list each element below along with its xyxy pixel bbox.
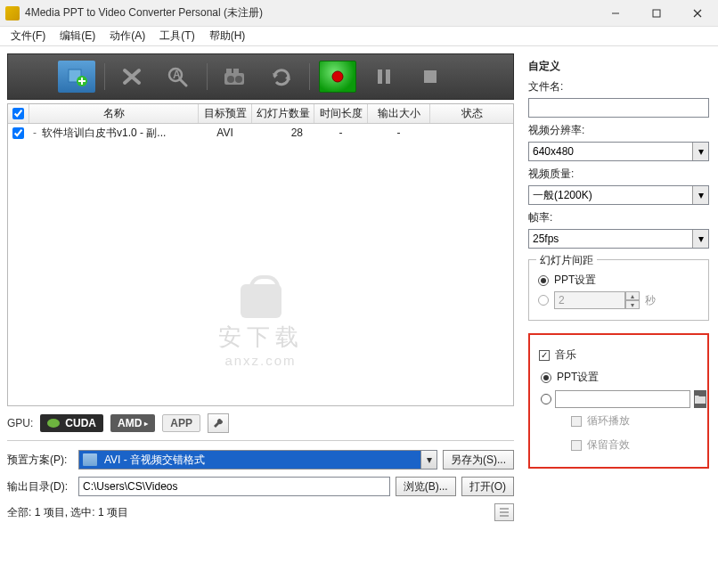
col-slides[interactable]: 幻灯片数量	[252, 104, 314, 123]
spin-down-icon[interactable]: ▾	[625, 300, 640, 309]
record-button[interactable]	[319, 61, 356, 93]
menubar: 文件(F) 编辑(E) 动作(A) 工具(T) 帮助(H)	[0, 27, 718, 46]
watermark: 安下载 anxz.com	[218, 275, 304, 368]
interval-title: 幻灯片间距	[536, 253, 597, 268]
add-file-button[interactable]	[58, 61, 95, 93]
settings-panel: 自定义 文件名: 视频分辨率: 640x480 ▾ 视频质量: 一般(1200K…	[521, 46, 718, 588]
status-row: 全部: 1 项目, 选中: 1 项目	[7, 503, 514, 521]
row-preset: AVI	[199, 127, 252, 139]
preset-row: 预置方案(P): AVI - 音视频交错格式 ▾ 另存为(S)...	[7, 450, 514, 470]
close-button[interactable]	[677, 0, 718, 27]
chevron-down-icon: ▾	[692, 143, 708, 160]
output-row: 输出目录(D): 浏览(B)... 打开(O)	[7, 477, 514, 496]
music-checkbox-row[interactable]: 音乐	[539, 347, 698, 363]
svg-line-11	[180, 79, 186, 86]
file-icon	[83, 453, 97, 466]
minimize-button[interactable]	[595, 0, 636, 27]
resolution-select[interactable]: 640x480 ▾	[528, 142, 709, 161]
loop-play-checkbox[interactable]: 循环播放	[571, 413, 698, 429]
col-preset[interactable]: 目标预置	[199, 104, 252, 123]
chevron-down-icon[interactable]: ▾	[420, 451, 437, 469]
browse-music-button[interactable]	[694, 390, 706, 408]
app-icon	[5, 6, 20, 20]
gpu-settings-button[interactable]	[208, 413, 229, 433]
interval-custom-radio[interactable]: ▴▾ 秒	[538, 291, 699, 309]
svg-rect-23	[424, 70, 437, 83]
preset-label: 预置方案(P):	[7, 453, 73, 468]
open-button[interactable]: 打开(O)	[461, 477, 514, 496]
search-replace-button[interactable]: A	[160, 61, 198, 93]
interval-ppt-radio[interactable]: PPT设置	[538, 273, 699, 288]
interval-spinner[interactable]: ▴▾	[554, 291, 640, 309]
resolution-label: 视频分辨率:	[528, 123, 709, 138]
slide-interval-group: 幻灯片间距 PPT设置 ▴▾ 秒	[528, 259, 709, 321]
music-group: 音乐 PPT设置 循环播放	[528, 333, 709, 469]
col-name[interactable]: 名称	[29, 104, 199, 123]
toolbar: A	[7, 53, 514, 100]
cuda-badge[interactable]: CUDA	[40, 414, 103, 432]
output-path-input[interactable]	[78, 477, 390, 496]
preset-combo[interactable]: AVI - 音视频交错格式 ▾	[78, 450, 437, 470]
col-duration[interactable]: 时间长度	[314, 104, 368, 123]
watermark-line2: anxz.com	[218, 353, 304, 368]
row-duration: -	[314, 127, 368, 139]
maximize-button[interactable]	[636, 0, 677, 27]
table-row[interactable]: -软件培训白皮书v1.0 - 副... AVI 28 - -	[8, 124, 513, 142]
watermark-line1: 安下载	[218, 322, 304, 353]
folder-icon	[694, 394, 706, 404]
col-checkbox[interactable]	[8, 104, 29, 123]
list-icon	[499, 507, 510, 518]
svg-rect-22	[386, 69, 390, 84]
interval-unit: 秒	[645, 293, 656, 308]
menu-action[interactable]: 动作(A)	[102, 27, 152, 45]
col-status[interactable]: 状态	[430, 104, 513, 123]
interval-value-input[interactable]	[554, 291, 625, 309]
keep-effect-checkbox[interactable]: 保留音效	[571, 437, 698, 453]
refresh-button[interactable]	[263, 61, 300, 93]
filename-input[interactable]	[528, 98, 709, 118]
browse-button[interactable]: 浏览(B)...	[396, 477, 456, 496]
app-badge[interactable]: APP	[162, 414, 200, 432]
row-size: -	[368, 127, 430, 139]
row-slides: 28	[252, 127, 314, 139]
titlebar: 4Media PPT to Video Converter Personal (…	[0, 0, 718, 27]
quality-label: 视频质量:	[528, 167, 709, 182]
select-all-checkbox[interactable]	[12, 108, 24, 119]
checkbox-icon	[539, 350, 550, 361]
list-view-button[interactable]	[494, 503, 514, 521]
table-body: -软件培训白皮书v1.0 - 副... AVI 28 - - 安下载 anxz.…	[8, 124, 513, 405]
stop-button[interactable]	[412, 61, 449, 93]
camera-button[interactable]	[216, 61, 254, 93]
divider	[7, 440, 514, 441]
file-table: 名称 目标预置 幻灯片数量 时间长度 输出大小 状态 -软件培训白皮书v1.0 …	[7, 103, 514, 406]
row-checkbox[interactable]	[12, 127, 24, 139]
custom-heading: 自定义	[528, 59, 709, 74]
amd-badge[interactable]: AMD▸	[110, 414, 155, 432]
fps-label: 帧率:	[528, 210, 709, 225]
menu-tools[interactable]: 工具(T)	[152, 27, 201, 45]
chevron-down-icon: ▾	[692, 230, 708, 248]
menu-file[interactable]: 文件(F)	[4, 27, 53, 45]
music-file-input[interactable]	[555, 390, 690, 408]
delete-button[interactable]	[114, 61, 151, 93]
quality-select[interactable]: 一般(1200K) ▾	[528, 185, 709, 205]
chevron-down-icon: ▾	[692, 186, 708, 204]
bag-icon	[237, 275, 285, 318]
save-as-button[interactable]: 另存为(S)...	[443, 450, 514, 470]
status-text: 全部: 1 项目, 选中: 1 项目	[7, 505, 491, 520]
checkbox-icon	[571, 440, 582, 451]
svg-rect-15	[233, 69, 239, 73]
menu-edit[interactable]: 编辑(E)	[53, 27, 102, 45]
wrench-icon	[212, 417, 224, 429]
fps-select[interactable]: 25fps ▾	[528, 229, 709, 249]
spin-up-icon[interactable]: ▴	[625, 291, 640, 300]
table-header: 名称 目标预置 幻灯片数量 时间长度 输出大小 状态	[8, 104, 513, 124]
toolbar-separator	[104, 63, 105, 90]
toolbar-separator	[309, 63, 310, 90]
menu-help[interactable]: 帮助(H)	[202, 27, 253, 45]
col-size[interactable]: 输出大小	[368, 104, 430, 123]
music-ppt-radio[interactable]: PPT设置	[541, 370, 698, 385]
radio-icon	[538, 275, 549, 286]
pause-button[interactable]	[365, 61, 403, 93]
filename-label: 文件名:	[528, 79, 709, 94]
